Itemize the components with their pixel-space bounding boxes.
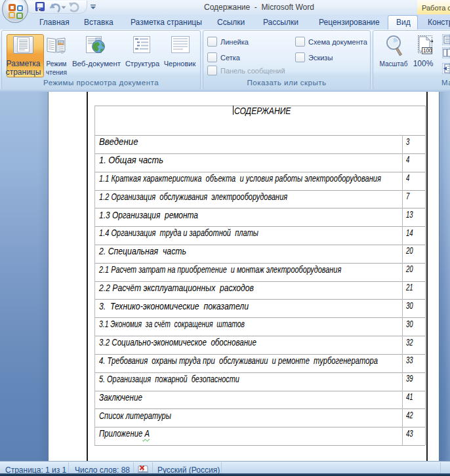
svg-text:100: 100 (423, 48, 432, 54)
